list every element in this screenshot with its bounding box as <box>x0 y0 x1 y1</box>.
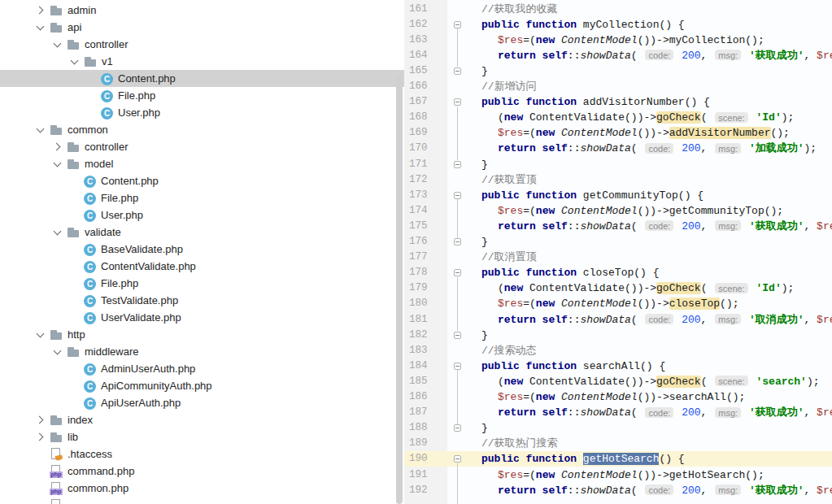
token-hl: closeTop <box>669 298 720 310</box>
code-line-178[interactable]: 178public function closeTop() { <box>404 265 832 280</box>
tree-item-User.php[interactable]: User.php <box>0 104 404 121</box>
code-text: return self::showData( code: 200, msg: '… <box>498 483 832 498</box>
code-line-186[interactable]: 186$res=(new ContentModel())->searchAll(… <box>404 389 832 405</box>
chevron-right-icon[interactable] <box>31 411 50 428</box>
chevron-down-icon[interactable] <box>48 155 67 172</box>
tree-item-common.php[interactable]: common.php <box>0 480 404 497</box>
code-line-188[interactable]: 188} <box>404 420 832 436</box>
class-icon <box>84 176 96 188</box>
tree-item-controller[interactable]: controller <box>0 36 404 53</box>
code-line-177[interactable]: 177//取消置顶 <box>404 250 832 265</box>
tree-item-label: common <box>68 124 113 136</box>
chevron-down-icon[interactable] <box>31 121 50 138</box>
fold-end-icon[interactable] <box>454 67 461 75</box>
code-line-161[interactable]: 161//获取我的收藏 <box>404 2 832 17</box>
fold-end-icon[interactable] <box>454 332 461 339</box>
tree-item-index[interactable]: index <box>0 411 404 428</box>
code-line-182[interactable]: 182} <box>404 328 832 343</box>
tree-item-ApiCommunityAuth.php[interactable]: ApiCommunityAuth.php <box>0 377 404 394</box>
chevron-down-icon[interactable] <box>48 224 67 241</box>
code-line-184[interactable]: 184public function searchAll() { <box>404 358 832 374</box>
code-line-164[interactable]: 164return self::showData( code: 200, msg… <box>404 48 832 63</box>
code-line-166[interactable]: 166//新增访问 <box>404 79 832 94</box>
tree-item-ContentValidate.php[interactable]: ContentValidate.php <box>0 258 404 275</box>
fold-collapse-icon[interactable] <box>454 455 461 463</box>
code-line-170[interactable]: 170return self::showData( code: 200, msg… <box>404 141 832 156</box>
chevron-down-icon[interactable] <box>31 326 50 343</box>
code-line-172[interactable]: 172//获取置顶 <box>404 172 832 188</box>
tree-item-lib[interactable]: lib <box>0 428 404 445</box>
tree-item-TestValidate.php[interactable]: TestValidate.php <box>0 292 404 309</box>
tree-item-command.php[interactable]: command.php <box>0 463 404 480</box>
tree-item-File.php[interactable]: File.php <box>0 275 404 292</box>
tree-item-validate[interactable]: validate <box>0 224 404 241</box>
chevron-down-icon[interactable] <box>48 343 67 360</box>
tree-item-Content.php[interactable]: Content.php <box>0 70 404 87</box>
tree-item-middleware[interactable]: middleware <box>0 343 404 360</box>
code-line-174[interactable]: 174$res=(new ContentModel())->getCommuni… <box>404 203 832 219</box>
tree-item-admin[interactable]: admin <box>0 2 404 19</box>
code-editor[interactable]: 161//获取我的收藏162public function myCollecti… <box>404 0 832 504</box>
class-icon <box>101 73 113 85</box>
tree-item-model[interactable]: model <box>0 155 404 172</box>
tree-item-common[interactable]: common <box>0 121 404 138</box>
fold-end-icon[interactable] <box>454 238 461 245</box>
chevron-right-icon[interactable] <box>31 2 50 19</box>
code-line-179[interactable]: 179(new ContentValidate())->goCheck( sce… <box>404 280 832 296</box>
code-line-176[interactable]: 176} <box>404 234 832 250</box>
code-line-192[interactable]: 192return self::showData( code: 200, msg… <box>404 483 832 498</box>
code-line-165[interactable]: 165} <box>404 63 832 79</box>
code-line-183[interactable]: 183//搜索动态 <box>404 343 832 358</box>
tree-item-api[interactable]: api <box>0 19 404 36</box>
tree-item-partial[interactable] <box>0 497 404 504</box>
tree-item-v1[interactable]: v1 <box>0 53 404 70</box>
code-line-189[interactable]: 189//获取热门搜索 <box>404 436 832 451</box>
tree-scrollbar[interactable] <box>396 76 403 504</box>
tree-item-User.php[interactable]: User.php <box>0 206 404 224</box>
code-text: return self::showData( code: 200, msg: '… <box>498 219 832 234</box>
chevron-right-icon[interactable] <box>31 428 50 445</box>
tree-item-BaseValidate.php[interactable]: BaseValidate.php <box>0 241 404 258</box>
token-kw: public function <box>481 96 577 108</box>
line-number: 183 <box>409 343 428 358</box>
code-line-181[interactable]: 181return self::showData( code: 200, msg… <box>404 312 832 328</box>
token-kw: return self <box>498 314 568 326</box>
code-line-163[interactable]: 163$res=(new ContentModel())->myCollecti… <box>404 33 832 48</box>
fold-end-icon[interactable] <box>454 424 461 432</box>
code-line-171[interactable]: 171} <box>404 157 832 172</box>
tree-item-UserValidate.php[interactable]: UserValidate.php <box>0 309 404 326</box>
tree-item-http[interactable]: http <box>0 326 404 343</box>
chevron-right-icon[interactable] <box>48 138 67 155</box>
code-line-175[interactable]: 175return self::showData( code: 200, msg… <box>404 219 832 234</box>
token-kw: public function <box>481 360 577 372</box>
code-line-167[interactable]: 167public function addVisitorNumber() { <box>404 94 832 110</box>
code-line-162[interactable]: 162public function myCollection() { <box>404 17 832 33</box>
code-line-169[interactable]: 169$res=(new ContentModel())->addVisitor… <box>404 125 832 141</box>
fold-collapse-icon[interactable] <box>454 98 461 106</box>
code-line-168[interactable]: 168(new ContentValidate())->goCheck( sce… <box>404 110 832 125</box>
chevron-down-icon[interactable] <box>31 19 50 36</box>
code-line-191[interactable]: 191$res=(new ContentModel())->getHotSear… <box>404 467 832 483</box>
code-line-185[interactable]: 185(new ContentValidate())->goCheck( sce… <box>404 374 832 389</box>
fold-collapse-icon[interactable] <box>454 363 461 370</box>
chevron-down-icon[interactable] <box>65 53 84 70</box>
fold-end-icon[interactable] <box>454 161 461 168</box>
tree-item-.htaccess[interactable]: .htaccess <box>0 445 404 463</box>
code-line-180[interactable]: 180$res=(new ContentModel())->closeTop()… <box>404 296 832 311</box>
code-line-190[interactable]: 190public function getHotSearch() { <box>404 451 832 467</box>
code-line-173[interactable]: 173public function getCommunityTop() { <box>404 188 832 203</box>
fold-collapse-icon[interactable] <box>454 192 461 199</box>
htaccess-file-icon <box>50 448 63 461</box>
chevron-spacer <box>65 275 84 292</box>
fold-collapse-icon[interactable] <box>454 21 461 28</box>
tree-item-ApiUserAuth.php[interactable]: ApiUserAuth.php <box>0 394 404 411</box>
tree-item-Content.php[interactable]: Content.php <box>0 172 404 189</box>
code-line-187[interactable]: 187return self::showData( code: 200, msg… <box>404 405 832 420</box>
tree-item-AdminUserAuth.php[interactable]: AdminUserAuth.php <box>0 360 404 377</box>
tree-item-controller[interactable]: controller <box>0 138 404 155</box>
code-text: $res=(new ContentModel())->getHotSearch(… <box>498 467 764 483</box>
tree-item-File.php[interactable]: File.php <box>0 189 404 206</box>
fold-collapse-icon[interactable] <box>454 269 461 276</box>
chevron-down-icon[interactable] <box>48 36 67 53</box>
tree-item-File.php[interactable]: File.php <box>0 87 404 104</box>
